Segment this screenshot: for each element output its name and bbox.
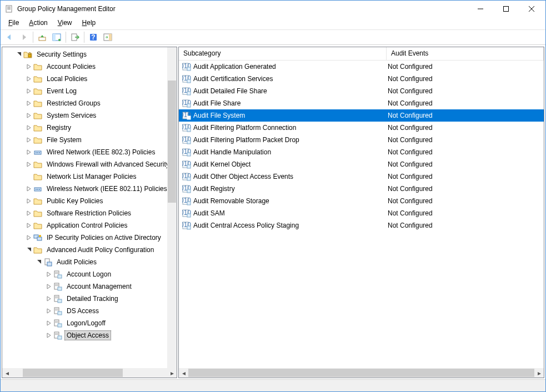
tree-item[interactable]: Software Restriction Policies (2, 207, 177, 219)
tree-expander-icon[interactable] (44, 319, 53, 328)
list-row[interactable]: 010Audit Removable StorageNot Configured (179, 195, 544, 207)
svg-rect-87 (187, 189, 191, 193)
forward-button[interactable] (17, 31, 31, 44)
tree-expander-icon[interactable] (24, 184, 33, 193)
tree-expander-icon[interactable] (24, 99, 33, 108)
tree-expander-icon[interactable] (44, 294, 53, 303)
menu-view[interactable]: View (53, 18, 77, 27)
tree-item[interactable]: Registry (2, 122, 177, 134)
tree-item[interactable]: Account Policies (2, 61, 177, 73)
tree-item-security-settings[interactable]: Security Settings (2, 48, 177, 61)
tree-expander-icon[interactable] (24, 160, 33, 169)
list-row[interactable]: 010Audit Kernel ObjectNot Configured (179, 158, 544, 170)
subcategory-label: Audit Application Generated (193, 63, 276, 71)
tree-expander-icon[interactable] (24, 209, 33, 218)
tree-horizontal-scrollbar[interactable]: ◂▸ (2, 368, 177, 378)
tree-item[interactable]: Network List Manager Policies (2, 170, 177, 183)
tree-expander-icon[interactable] (24, 74, 33, 83)
policy-icon: 010 (182, 148, 191, 157)
tree-expander-icon[interactable] (24, 221, 33, 230)
tree-item-label: Application Control Policies (44, 220, 129, 230)
tree-item[interactable]: Wired Network (IEEE 802.3) Policies (2, 146, 177, 158)
tree-item[interactable]: Restricted Groups (2, 97, 177, 109)
tree-expander-icon[interactable] (24, 62, 33, 71)
tree-item[interactable]: System Services (2, 109, 177, 122)
menu-help[interactable]: Help (78, 18, 101, 27)
tree-item[interactable]: Event Log (2, 85, 177, 97)
list-row[interactable]: 010Audit Detailed File ShareNot Configur… (179, 85, 544, 97)
maximize-button[interactable] (493, 1, 519, 17)
tree-view[interactable]: Security SettingsAccount PoliciesLocal P… (2, 47, 177, 343)
export-list-button[interactable] (68, 31, 82, 44)
tree-item[interactable]: Logon/Logoff (2, 317, 177, 329)
tree-item[interactable]: Local Policies (2, 73, 177, 85)
statusbar (1, 379, 545, 391)
show-hide-console-tree-button[interactable] (50, 31, 63, 44)
tree-item[interactable]: DS Access (2, 305, 177, 317)
tree-item[interactable]: Application Control Policies (2, 219, 177, 232)
list-row[interactable]: 010Audit Application GeneratedNot Config… (179, 61, 544, 73)
back-button[interactable] (3, 31, 16, 44)
list-row[interactable]: 010Audit Other Object Access EventsNot C… (179, 170, 544, 183)
svg-rect-96 (187, 226, 191, 229)
subcategory-label: Audit File Share (193, 99, 241, 107)
tree-expander-icon[interactable] (24, 123, 33, 132)
svg-rect-60 (187, 79, 191, 83)
audit-events-label: Not Configured (387, 87, 544, 95)
tree-expander-icon[interactable] (24, 135, 33, 144)
tree-item[interactable]: Public Key Policies (2, 195, 177, 207)
tree-item[interactable]: File System (2, 134, 177, 146)
menu-file[interactable]: File (4, 18, 23, 27)
tree-expander-icon[interactable] (24, 245, 33, 254)
tree-item[interactable]: Audit Policies (2, 256, 177, 268)
list-horizontal-scrollbar[interactable]: ◂▸ (179, 368, 544, 378)
list-row[interactable]: 010Audit Certification ServicesNot Confi… (179, 73, 544, 85)
list-row[interactable]: 010Audit Filtering Platform Packet DropN… (179, 134, 544, 146)
show-hide-action-pane-button[interactable] (101, 31, 114, 44)
tree-item[interactable]: Account Logon (2, 268, 177, 280)
tree-item[interactable]: Wireless Network (IEEE 802.11) Policies (2, 183, 177, 195)
list-row[interactable]: 010Audit SAMNot Configured (179, 207, 544, 219)
svg-point-24 (37, 189, 38, 190)
tree-expander-icon[interactable] (24, 197, 33, 205)
column-header-audit-events[interactable]: Audit Events (387, 47, 544, 60)
tree-item[interactable]: Advanced Audit Policy Configuration (2, 244, 177, 256)
tree-expander-icon[interactable] (44, 270, 53, 279)
list-row[interactable]: 010Audit Central Access Policy StagingNo… (179, 219, 544, 232)
list-row[interactable]: 010Audit File SystemNot Configured (179, 109, 544, 122)
svg-rect-40 (55, 296, 58, 297)
list-row[interactable]: 010Audit Handle ManipulationNot Configur… (179, 146, 544, 158)
svg-rect-8 (39, 37, 46, 41)
tree-expander-icon[interactable] (24, 111, 33, 120)
tree-expander-icon[interactable] (14, 50, 23, 59)
up-button[interactable] (36, 31, 49, 44)
tree-expander-icon[interactable] (24, 233, 33, 242)
tree-expander-icon[interactable] (24, 87, 33, 96)
tree-expander-icon[interactable] (24, 148, 33, 157)
help-button[interactable]: ? (87, 31, 100, 44)
tree-expander-icon[interactable] (34, 258, 43, 267)
tree-item-label: Logon/Logoff (64, 318, 108, 328)
tree-item[interactable]: IP Security Policies on Active Directory (2, 232, 177, 244)
list-row[interactable]: 010Audit Filtering Platform ConnectionNo… (179, 122, 544, 134)
list-row[interactable]: 010Audit File ShareNot Configured (179, 97, 544, 109)
close-button[interactable] (519, 1, 544, 17)
tree-item[interactable]: Account Management (2, 280, 177, 293)
tree-item[interactable]: Detailed Tracking (2, 293, 177, 305)
audit-events-label: Not Configured (387, 148, 544, 156)
tree-expander-icon[interactable] (44, 306, 53, 315)
list-view[interactable]: 010Audit Application GeneratedNot Config… (179, 61, 544, 368)
svg-rect-66 (187, 104, 191, 107)
tree-expander-icon[interactable] (44, 331, 53, 340)
menu-action[interactable]: Action (24, 18, 52, 27)
tree-vertical-scrollbar[interactable] (167, 47, 177, 368)
tree-expander-icon[interactable] (44, 282, 53, 291)
tree-item[interactable]: Object Access (2, 329, 177, 341)
svg-rect-69 (187, 116, 191, 119)
audit-events-label: Not Configured (387, 222, 544, 229)
minimize-button[interactable] (468, 1, 493, 17)
svg-point-21 (39, 152, 40, 153)
tree-item[interactable]: Windows Firewall with Advanced Security (2, 158, 177, 170)
column-header-subcategory[interactable]: Subcategory (179, 47, 387, 60)
list-row[interactable]: 010Audit RegistryNot Configured (179, 183, 544, 195)
